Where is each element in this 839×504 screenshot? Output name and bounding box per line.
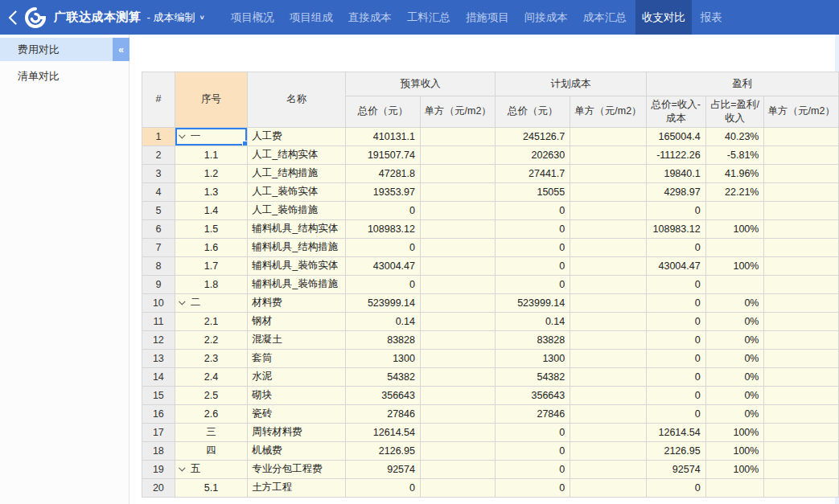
profit-total-cell[interactable]: 0 <box>646 330 705 349</box>
budget-total-cell[interactable]: 19353.97 <box>346 182 421 201</box>
profit-unit-cell[interactable] <box>764 275 839 293</box>
profit-unit-cell[interactable] <box>764 478 839 497</box>
profit-total-cell[interactable]: 0 <box>646 238 705 256</box>
plan-unit-cell[interactable] <box>570 349 646 367</box>
budget-unit-cell[interactable] <box>420 330 495 349</box>
row-number-cell[interactable]: 17 <box>142 423 175 441</box>
tab-labor-material-summary[interactable]: 工料汇总 <box>401 0 457 35</box>
plan-unit-cell[interactable] <box>570 182 646 201</box>
budget-unit-cell[interactable] <box>420 238 495 256</box>
seq-cell[interactable]: 5.1 <box>175 478 247 497</box>
seq-cell[interactable]: 1.1 <box>175 145 247 164</box>
name-cell[interactable]: 辅料机具_结构措施 <box>248 238 346 256</box>
plan-total-cell[interactable]: 0 <box>496 275 570 293</box>
seq-cell[interactable]: 1.8 <box>175 275 247 293</box>
budget-unit-cell[interactable] <box>420 404 495 423</box>
plan-unit-cell[interactable] <box>570 330 646 349</box>
profit-unit-cell[interactable] <box>764 145 839 164</box>
plan-unit-cell[interactable] <box>570 460 646 478</box>
seq-cell[interactable]: 1.4 <box>175 201 247 219</box>
tab-project-overview[interactable]: 项目概况 <box>224 0 281 35</box>
budget-total-cell[interactable]: 47281.8 <box>346 164 421 182</box>
tab-direct-cost[interactable]: 直接成本 <box>342 0 398 35</box>
seq-cell[interactable]: 2.5 <box>175 386 247 404</box>
plan-total-cell[interactable]: 27846 <box>496 404 570 423</box>
row-number-cell[interactable]: 12 <box>142 330 175 349</box>
row-number-cell[interactable]: 5 <box>142 201 175 219</box>
sidebar-collapse-button[interactable]: « <box>113 38 130 61</box>
budget-unit-cell[interactable] <box>420 256 495 275</box>
plan-total-cell[interactable]: 0 <box>496 423 570 441</box>
name-cell[interactable]: 瓷砖 <box>248 404 346 423</box>
row-number-cell[interactable]: 19 <box>142 460 175 478</box>
budget-unit-cell[interactable] <box>420 460 495 478</box>
profit-ratio-cell[interactable] <box>705 238 764 256</box>
plan-unit-cell[interactable] <box>570 404 646 423</box>
profit-unit-cell[interactable] <box>764 386 839 404</box>
back-button[interactable] <box>0 0 22 35</box>
plan-unit-cell[interactable] <box>570 423 646 441</box>
profit-total-cell[interactable]: 0 <box>646 386 705 404</box>
budget-unit-cell[interactable] <box>420 164 495 182</box>
name-cell[interactable]: 机械费 <box>248 441 346 460</box>
profit-total-cell[interactable]: 4298.97 <box>646 182 705 201</box>
name-cell[interactable]: 套筒 <box>248 349 346 367</box>
seq-cell[interactable]: 2.2 <box>175 330 247 349</box>
budget-total-cell[interactable]: 0 <box>346 275 421 293</box>
profit-ratio-cell[interactable]: 0% <box>705 312 764 330</box>
plan-total-cell[interactable]: 54382 <box>496 367 570 386</box>
profit-unit-cell[interactable] <box>764 349 839 367</box>
seq-cell[interactable]: 2.4 <box>175 367 247 386</box>
budget-unit-cell[interactable] <box>420 367 495 386</box>
row-number-cell[interactable]: 16 <box>142 404 175 423</box>
name-cell[interactable]: 混凝土 <box>248 330 346 349</box>
budget-total-cell[interactable]: 191507.74 <box>346 145 421 164</box>
expand-chevron-icon[interactable] <box>179 465 185 471</box>
plan-unit-cell[interactable] <box>570 238 646 256</box>
workspace-switcher[interactable]: - 成本编制 ∨ <box>147 10 205 25</box>
profit-total-cell[interactable]: -11122.26 <box>646 145 705 164</box>
plan-unit-cell[interactable] <box>570 441 646 460</box>
plan-total-cell[interactable]: 0 <box>496 441 570 460</box>
name-cell[interactable]: 水泥 <box>248 367 346 386</box>
row-number-cell[interactable]: 3 <box>142 164 175 182</box>
profit-ratio-cell[interactable]: 0% <box>705 386 764 404</box>
budget-unit-cell[interactable] <box>420 386 495 404</box>
plan-unit-cell[interactable] <box>570 293 646 312</box>
budget-total-cell[interactable]: 0 <box>346 201 421 219</box>
expand-chevron-icon[interactable] <box>179 132 185 138</box>
profit-total-cell[interactable]: 0 <box>646 478 705 497</box>
seq-cell[interactable]: 一 <box>175 127 247 145</box>
expand-chevron-icon[interactable] <box>179 298 185 305</box>
name-cell[interactable]: 辅料机具_装饰实体 <box>248 256 346 275</box>
name-cell[interactable]: 人工_装饰实体 <box>248 182 346 201</box>
profit-ratio-cell[interactable]: 40.23% <box>705 127 764 145</box>
plan-total-cell[interactable]: 356643 <box>496 386 570 404</box>
name-cell[interactable]: 人工_结构措施 <box>248 164 346 182</box>
budget-total-cell[interactable]: 2126.95 <box>346 441 421 460</box>
row-number-cell[interactable]: 10 <box>142 293 175 312</box>
budget-unit-cell[interactable] <box>420 293 495 312</box>
row-number-cell[interactable]: 8 <box>142 256 175 275</box>
budget-unit-cell[interactable] <box>420 275 495 293</box>
plan-total-cell[interactable]: 523999.14 <box>496 293 570 312</box>
plan-unit-cell[interactable] <box>570 275 646 293</box>
name-cell[interactable]: 土方工程 <box>248 478 346 497</box>
seq-cell[interactable]: 2.3 <box>175 349 247 367</box>
profit-unit-cell[interactable] <box>764 164 839 182</box>
profit-ratio-cell[interactable] <box>705 275 764 293</box>
budget-unit-cell[interactable] <box>420 201 495 219</box>
seq-cell[interactable]: 1.3 <box>175 182 247 201</box>
profit-ratio-cell[interactable]: 100% <box>705 219 764 238</box>
seq-cell[interactable]: 五 <box>175 460 247 478</box>
plan-total-cell[interactable]: 245126.7 <box>496 127 570 145</box>
tab-income-expense-compare[interactable]: 收支对比 <box>635 0 692 35</box>
profit-ratio-cell[interactable]: 100% <box>705 460 764 478</box>
budget-unit-cell[interactable] <box>420 145 495 164</box>
row-number-cell[interactable]: 13 <box>142 349 175 367</box>
name-cell[interactable]: 辅料机具_结构实体 <box>248 219 346 238</box>
row-number-cell[interactable]: 6 <box>142 219 175 238</box>
plan-unit-cell[interactable] <box>570 256 646 275</box>
profit-ratio-cell[interactable]: 41.96% <box>705 164 764 182</box>
profit-unit-cell[interactable] <box>764 127 839 145</box>
